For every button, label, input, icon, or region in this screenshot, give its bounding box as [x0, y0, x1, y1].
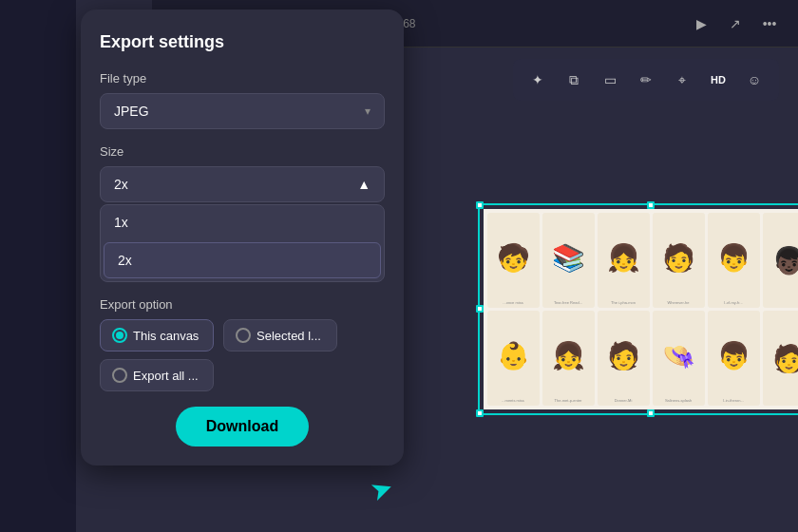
card-7: 👶...meets miss — [487, 311, 540, 406]
image-grid: 🧒...once miss 📚Tear-free Read... 👧The i-… — [484, 209, 799, 409]
card-figure-5: 👦 — [717, 216, 750, 301]
hd-button[interactable]: HD — [703, 65, 733, 95]
card-label-10: Salinens-splash — [665, 399, 692, 404]
card-9: 🧑Donner-Mi — [598, 311, 650, 406]
file-type-chevron-icon: ▾ — [365, 104, 370, 118]
radio-this-canvas[interactable]: This canvas — [100, 319, 214, 352]
card-4: 🧑Wherever-he — [653, 213, 705, 308]
card-figure-11: 👦 — [717, 314, 750, 399]
handle-bl[interactable] — [476, 409, 484, 417]
card-figure-6: 👦🏿 — [772, 216, 799, 306]
card-label-8: The-met-p-enter — [555, 399, 582, 404]
card-1: 🧒...once miss — [487, 213, 540, 308]
card-2: 📚Tear-free Read... — [542, 213, 595, 308]
size-label: Size — [100, 144, 385, 159]
file-type-select[interactable]: JPEG ▾ — [100, 93, 385, 129]
radio-label-this-canvas: This canvas — [133, 329, 199, 343]
radio-circle-selected — [236, 328, 251, 343]
size-option-2x[interactable]: 2x — [104, 242, 381, 278]
card-8: 👧The-met-p-enter — [542, 311, 595, 406]
card-label-9: Donner-Mi — [615, 399, 633, 404]
card-label-4: Wherever-he — [667, 301, 689, 306]
edit-button[interactable]: ✏ — [631, 65, 661, 95]
card-figure-9: 🧑 — [607, 314, 640, 399]
card-figure-10: 👒 — [662, 314, 695, 399]
file-type-value: JPEG — [114, 104, 149, 119]
card-label-1: ...once miss — [503, 301, 522, 306]
share-icon[interactable]: ↗ — [722, 10, 749, 37]
copy-button[interactable]: ⧉ — [559, 65, 589, 95]
canvas-content: 🧒...once miss 📚Tear-free Read... 👧The i-… — [513, 104, 788, 513]
top-bar-icons: ▶ ↗ ••• — [688, 10, 783, 37]
card-figure-2: 📚 — [552, 216, 585, 301]
image-grid-container: 🧒...once miss 📚Tear-free Read... 👧The i-… — [478, 203, 799, 415]
card-label-11: I-in-theron... — [723, 399, 744, 404]
card-label-3: The i-pha-mon — [611, 301, 636, 306]
radio-label-export-all: Export all ... — [133, 369, 199, 383]
card-10: 👒Salinens-splash — [653, 311, 705, 406]
download-button[interactable]: Download — [176, 407, 309, 446]
more-icon[interactable]: ••• — [756, 10, 783, 37]
card-6: 👦🏿 — [763, 213, 799, 308]
card-label-5: I-of-my-fr... — [724, 301, 742, 306]
card-11: 👦I-in-theron... — [708, 311, 760, 406]
card-figure-1: 🧒 — [497, 216, 530, 301]
export-all-row: Export all ... — [100, 359, 385, 391]
position-button[interactable]: ⌖ — [667, 65, 697, 95]
radio-circle-this-canvas — [112, 328, 127, 343]
frame-button[interactable]: ▭ — [595, 65, 625, 95]
card-3: 👧The i-pha-mon — [598, 213, 650, 308]
card-figure-12: 🧑 — [772, 314, 799, 404]
radio-export-all[interactable]: Export all ... — [100, 359, 214, 391]
export-panel: Export settings File type JPEG ▾ Size 2x… — [81, 10, 404, 466]
card-5: 👦I-of-my-fr... — [708, 213, 760, 308]
card-figure-4: 🧑 — [662, 216, 695, 301]
card-figure-3: 👧 — [607, 216, 640, 301]
radio-selected[interactable]: Selected l... — [223, 319, 337, 352]
toolbar: ✦ ⧉ ▭ ✏ ⌖ HD ☺ — [513, 59, 779, 101]
card-figure-7: 👶 — [497, 314, 530, 399]
size-section: Size 2x ▲ 1x 2x — [100, 144, 385, 282]
card-figure-8: 👧 — [552, 314, 585, 399]
card-label-2: Tear-free Read... — [554, 301, 582, 306]
size-chevron-icon: ▲ — [357, 177, 370, 192]
radio-group: This canvas Selected l... — [100, 319, 385, 352]
size-options-list: 1x 2x — [100, 204, 385, 282]
card-label-7: ...meets miss — [502, 399, 524, 404]
size-option-1x[interactable]: 1x — [101, 205, 384, 239]
magic-tool-button[interactable]: ✦ — [522, 65, 553, 95]
handle-bm[interactable] — [647, 409, 655, 417]
file-type-label: File type — [100, 71, 385, 86]
panel-title: Export settings — [100, 32, 385, 52]
export-option-section: Export option This canvas Selected l... … — [100, 297, 385, 391]
play-icon[interactable]: ▶ — [688, 10, 714, 37]
radio-circle-export-all — [112, 368, 127, 383]
radio-label-selected: Selected l... — [256, 329, 321, 343]
card-12: 🧑 — [763, 311, 799, 406]
size-value: 2x — [114, 177, 128, 192]
size-dropdown[interactable]: 2x ▲ — [100, 166, 385, 202]
avatar-button[interactable]: ☺ — [739, 65, 770, 95]
handle-tl[interactable] — [476, 201, 484, 209]
export-option-label: Export option — [100, 297, 385, 312]
handle-ml[interactable] — [476, 305, 484, 313]
left-sidebar — [0, 0, 76, 532]
handle-tm[interactable] — [647, 201, 655, 209]
